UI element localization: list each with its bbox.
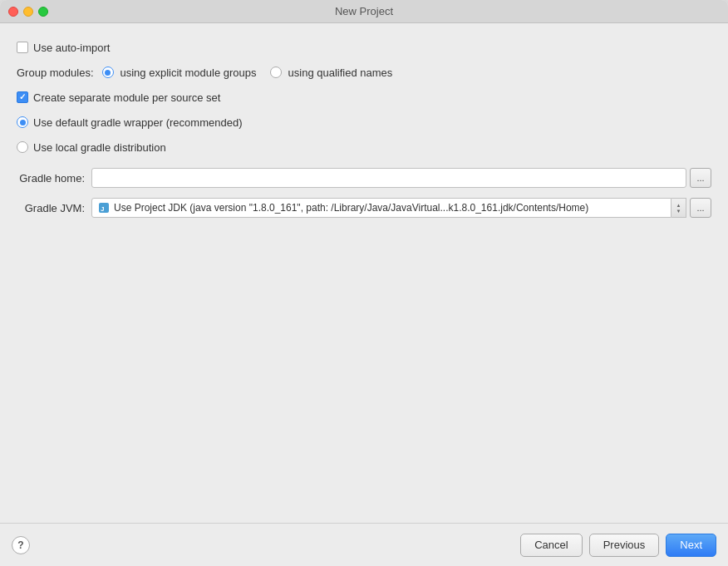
gradle-home-browse-button[interactable]: ...	[690, 168, 711, 188]
gradle-home-row: Gradle home: ...	[17, 168, 711, 188]
gradle-home-input[interactable]	[91, 168, 686, 188]
local-gradle-row: Use local gradle distribution	[17, 138, 711, 156]
gradle-jvm-browse-button[interactable]: ...	[690, 198, 711, 218]
gradle-jvm-selector: J Use Project JDK (java version "1.8.0_1…	[91, 198, 686, 218]
separate-module-label: Create separate module per source set	[33, 91, 220, 104]
group-modules-label: Group modules:	[17, 66, 94, 79]
separate-module-checkbox[interactable]	[17, 91, 28, 103]
form-section: Use auto-import Group modules: using exp…	[17, 38, 711, 218]
bottom-bar: ? Cancel Previous Next	[0, 523, 728, 566]
close-button[interactable]	[8, 7, 18, 17]
local-gradle-label: Use local gradle distribution	[33, 141, 166, 154]
radio-local-gradle[interactable]	[17, 141, 28, 153]
radio-qualified-names[interactable]	[270, 66, 282, 78]
window-title: New Project	[335, 5, 393, 17]
title-bar: New Project	[0, 0, 728, 23]
gradle-jvm-dropdown-arrow[interactable]	[671, 198, 686, 218]
spacer	[17, 218, 711, 514]
gradle-jvm-label: Gradle JVM:	[17, 202, 91, 214]
group-modules-row: Group modules: using explicit module gro…	[17, 63, 711, 81]
gradle-jvm-display[interactable]: J Use Project JDK (java version "1.8.0_1…	[91, 198, 671, 218]
content-area: Use auto-import Group modules: using exp…	[0, 23, 728, 523]
auto-import-row: Use auto-import	[17, 38, 711, 57]
gradle-wrapper-label: Use default gradle wrapper (recommended)	[33, 116, 242, 129]
gradle-jvm-row: Gradle JVM: J Use Project JDK (java vers…	[17, 198, 711, 218]
radio-qualified-names-label: using qualified names	[288, 66, 393, 79]
radio-explicit-groups[interactable]	[102, 66, 114, 78]
svg-text:J: J	[101, 205, 104, 213]
radio-gradle-wrapper[interactable]	[17, 116, 28, 128]
radio-explicit-groups-label: using explicit module groups	[121, 66, 257, 79]
previous-button[interactable]: Previous	[589, 534, 660, 557]
traffic-lights	[8, 7, 48, 17]
auto-import-label: Use auto-import	[33, 42, 110, 54]
jdk-icon: J	[97, 201, 111, 214]
gradle-home-label: Gradle home:	[17, 172, 91, 185]
next-button[interactable]: Next	[666, 534, 716, 557]
cancel-button[interactable]: Cancel	[520, 534, 582, 557]
gradle-jvm-value: Use Project JDK (java version "1.8.0_161…	[114, 202, 588, 214]
minimize-button[interactable]	[23, 7, 33, 17]
gradle-wrapper-row: Use default gradle wrapper (recommended)	[17, 113, 711, 131]
maximize-button[interactable]	[38, 7, 48, 17]
bottom-right-buttons: Cancel Previous Next	[520, 534, 716, 557]
window: New Project Use auto-import Group module…	[0, 0, 728, 566]
auto-import-checkbox[interactable]	[17, 42, 28, 53]
separate-module-row: Create separate module per source set	[17, 88, 711, 106]
help-button[interactable]: ?	[12, 536, 30, 554]
